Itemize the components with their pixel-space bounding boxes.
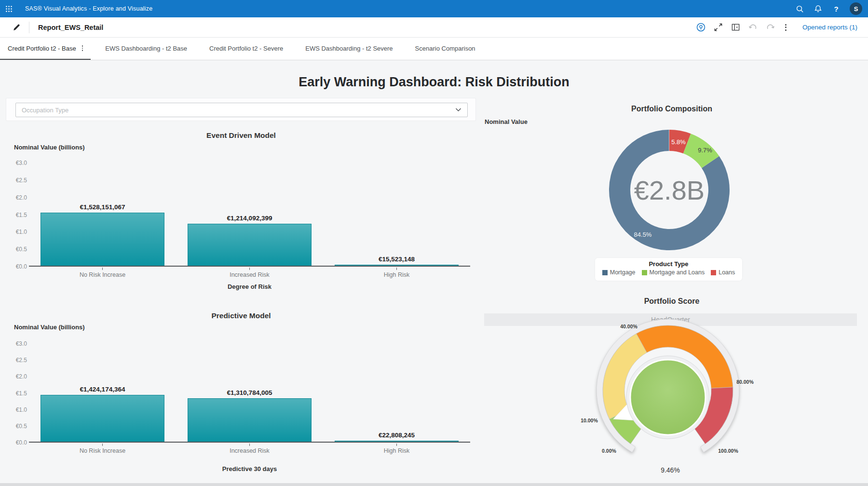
slice-pct-loans: 5.8% <box>671 138 686 146</box>
help-icon[interactable]: ? <box>831 4 841 14</box>
app-menu-icon[interactable] <box>5 5 13 13</box>
bar-value-label: €22,808,245 <box>379 432 415 439</box>
category-label: High Risk <box>323 268 470 278</box>
page-title: Early Warning Dashboard: Risk Distributi… <box>0 75 868 90</box>
legend-swatch <box>642 270 647 275</box>
tab-menu-kebab-icon[interactable] <box>82 45 83 51</box>
chart-title: Event Driven Model <box>0 131 482 140</box>
tab-ews-dashboarding-t2-base[interactable]: EWS Dashboarding - t2 Base <box>97 38 195 60</box>
tab-label: EWS Dashboarding - t2 Severe <box>305 45 393 52</box>
y-tick: €1.5 <box>16 212 27 218</box>
undo-icon[interactable] <box>748 22 758 32</box>
bar-no-risk-increase[interactable] <box>41 213 164 266</box>
slice-pct-mortgage-and-loans: 9.7% <box>698 147 712 154</box>
bar-slot: €1,528,151,067 <box>29 163 176 266</box>
donut-legend-items: MortgageMortgage and LoansLoans <box>595 269 742 276</box>
x-axis-categories: No Risk IncreaseIncreased RiskHigh Risk <box>29 444 470 454</box>
bar-value-label: €1,528,151,067 <box>80 203 125 211</box>
divider <box>29 22 29 33</box>
bar-increased-risk[interactable] <box>188 398 311 442</box>
slice-pct-mortgage: 84.5% <box>634 231 652 238</box>
tab-label: Credit Portfolio t2 - Base <box>8 45 76 52</box>
bar-value-label: €1,214,092,399 <box>227 215 272 222</box>
bar-value-label: €1,310,784,005 <box>227 389 272 396</box>
user-avatar[interactable]: S <box>850 2 862 15</box>
bottom-scrollbar[interactable] <box>0 483 868 486</box>
gauge-tick-100: 100.00% <box>718 448 738 454</box>
search-icon[interactable] <box>795 4 804 14</box>
gauge-tick-10: 10.00% <box>581 418 598 423</box>
app-bar: SAS® Visual Analytics - Explore and Visu… <box>0 0 868 17</box>
bar-value-label: €15,523,148 <box>379 256 415 263</box>
opened-reports-link[interactable]: Opened reports (1) <box>802 24 857 31</box>
occupation-type-select[interactable]: Occupation Type <box>15 103 468 117</box>
tab-label: Credit Portfolio t2 - Severe <box>209 45 283 52</box>
y-axis-label: Nominal Value (billions) <box>14 324 85 331</box>
chevron-down-icon <box>455 108 461 112</box>
y-tick: €2.5 <box>16 357 27 364</box>
tab-credit-portfolio-t2-base[interactable]: Credit Portfolio t2 - Base <box>0 38 91 60</box>
legend-label: Mortgage <box>610 269 636 276</box>
tab-ews-dashboarding-t2-severe[interactable]: EWS Dashboarding - t2 Severe <box>298 38 400 60</box>
tab-scenario-comparison[interactable]: Scenario Comparison <box>407 38 483 60</box>
gauge-title: Portfolio Score <box>527 297 816 306</box>
bar-increased-risk[interactable] <box>188 224 311 266</box>
edit-pencil-icon[interactable] <box>12 23 21 32</box>
x-axis-categories: No Risk IncreaseIncreased RiskHigh Risk <box>29 268 470 278</box>
y-tick: €0.0 <box>16 439 27 446</box>
y-tick: €0.5 <box>16 423 27 430</box>
bar-slot: €1,424,174,364 <box>29 344 176 442</box>
y-tick: €1.0 <box>16 229 27 235</box>
gauge-tick-40: 40.00% <box>620 324 637 329</box>
x-axis-label: Predictive 30 days <box>29 465 470 472</box>
plot-area: €1,424,174,364€1,310,784,005€22,808,245 <box>29 344 470 443</box>
chart-title: Predictive Model <box>0 311 482 320</box>
tab-label: Scenario Comparison <box>415 45 475 52</box>
y-axis-label: Nominal Value (billions) <box>14 144 85 151</box>
gauge-kpi-circle[interactable] <box>630 360 705 435</box>
gauge-tick-0: 0.00% <box>602 448 616 454</box>
gauge-value: 9.46% <box>622 466 719 474</box>
insights-lightbulb-icon[interactable] <box>696 22 706 32</box>
legend-swatch <box>711 270 716 275</box>
category-label: No Risk Increase <box>29 268 176 278</box>
filter-panel: Occupation Type <box>6 98 476 121</box>
bar-no-risk-increase[interactable] <box>41 395 164 442</box>
bar-slot: €1,310,784,005 <box>176 344 323 442</box>
legend-item-mortgage-and-loans[interactable]: Mortgage and Loans <box>642 269 705 276</box>
notifications-bell-icon[interactable] <box>813 4 823 14</box>
event-driven-model-chart: Event Driven Model Nominal Value (billio… <box>0 130 482 299</box>
y-tick: €3.0 <box>16 340 27 347</box>
category-label: High Risk <box>323 444 470 454</box>
report-toolbar: Report_EWS_Retail <box>0 17 868 38</box>
gauge-chart[interactable] <box>591 318 745 463</box>
app-title: SAS® Visual Analytics - Explore and Visu… <box>25 5 152 12</box>
bar-high-risk[interactable] <box>335 265 458 266</box>
category-label: No Risk Increase <box>29 444 176 454</box>
donut-chart[interactable]: 5.8% 9.7% 84.5% €2.8B <box>604 125 734 255</box>
donut-measure-label: Nominal Value <box>485 118 528 125</box>
y-tick: €2.5 <box>16 177 27 184</box>
bar-high-risk[interactable] <box>335 441 458 442</box>
legend-item-loans[interactable]: Loans <box>711 269 735 276</box>
select-placeholder: Occupation Type <box>22 107 68 114</box>
panel-layout-icon[interactable] <box>731 22 741 32</box>
fullscreen-expand-icon[interactable] <box>713 22 723 32</box>
report-name: Report_EWS_Retail <box>38 24 103 31</box>
tab-credit-portfolio-t2-severe[interactable]: Credit Portfolio t2 - Severe <box>202 38 291 60</box>
donut-title: Portfolio Composition <box>527 105 816 113</box>
y-tick: €1.5 <box>16 390 27 397</box>
legend-label: Loans <box>719 269 735 276</box>
y-tick: €1.0 <box>16 406 27 413</box>
bar-slot: €15,523,148 <box>323 163 470 266</box>
more-options-kebab-icon[interactable] <box>783 23 789 32</box>
y-axis-ticks: €3.0€2.5€2.0€1.5€1.0€0.5€0.0 <box>5 344 27 443</box>
legend-item-mortgage[interactable]: Mortgage <box>602 269 636 276</box>
bar-slot: €1,214,092,399 <box>176 163 323 266</box>
redo-icon[interactable] <box>765 22 775 32</box>
y-tick: €0.5 <box>16 246 27 253</box>
donut-legend: Product Type MortgageMortgage and LoansL… <box>595 258 742 281</box>
y-axis-ticks: €3.0€2.5€2.0€1.5€1.0€0.5€0.0 <box>5 163 27 267</box>
plot-area: €1,528,151,067€1,214,092,399€15,523,148 <box>29 163 470 267</box>
legend-title: Product Type <box>595 260 742 268</box>
